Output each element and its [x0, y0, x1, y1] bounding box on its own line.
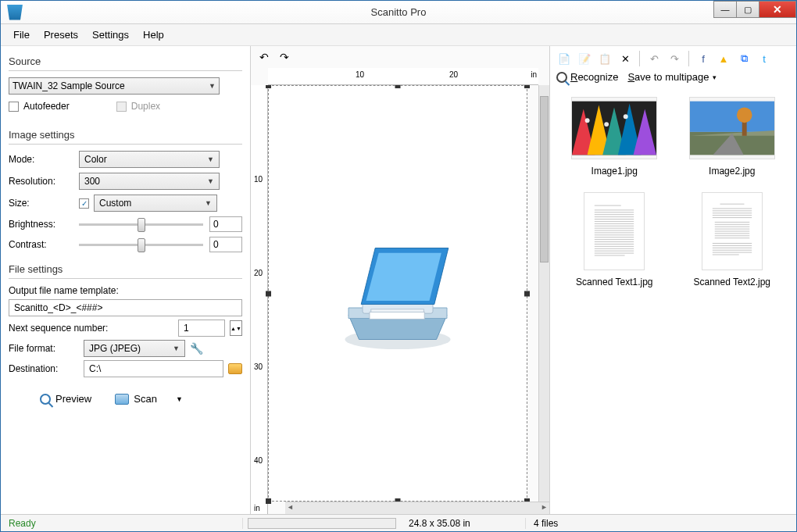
browse-folder-button[interactable] [228, 363, 242, 374]
svg-rect-8 [690, 102, 774, 132]
thumbnail-label: Image2.jpg [709, 166, 755, 177]
app-window: Scanitto Pro — ▢ ✕ File Presets Settings… [0, 0, 797, 532]
status-ready: Ready [1, 518, 243, 529]
preview-button[interactable]: Preview [40, 393, 91, 405]
brightness-label: Brightness: [9, 219, 79, 230]
rotate-right-button[interactable]: ↷ [277, 50, 291, 64]
status-dimensions: 24.8 x 35.08 in [401, 518, 526, 529]
twitter-icon[interactable]: t [756, 51, 772, 66]
mode-select[interactable]: Color [79, 151, 220, 168]
size-select[interactable]: Custom [94, 195, 217, 212]
recognize-button[interactable]: Recognize [556, 71, 618, 83]
scan-button[interactable]: Scan ▼ [115, 393, 183, 405]
source-select[interactable]: TWAIN_32 Sample Source [9, 77, 220, 95]
brightness-value[interactable]: 0 [209, 216, 242, 232]
format-select[interactable]: JPG (JPEG) [84, 340, 185, 357]
contrast-label: Contrast: [9, 239, 79, 250]
titlebar: Scanitto Pro — ▢ ✕ [1, 1, 796, 24]
thumbnail-grid: Image1.jpg Image2.jpg [550, 87, 796, 514]
thumbnail-item[interactable]: Scanned Text1.jpg [559, 192, 670, 287]
maximize-button[interactable]: ▢ [736, 1, 759, 18]
app-icon [7, 5, 23, 20]
settings-panel: Source TWAIN_32 Sample Source Autofeeder… [1, 46, 251, 514]
scrollbar-horizontal[interactable] [285, 502, 549, 514]
svg-rect-12 [591, 199, 638, 262]
svg-point-6 [604, 122, 609, 127]
format-options-button[interactable]: 🔧 [190, 342, 203, 355]
file-settings-heading: File settings [9, 263, 242, 275]
template-label: Output file name template: [9, 285, 242, 296]
dropbox-icon[interactable]: ⧉ [736, 51, 752, 66]
resolution-select[interactable]: 300 [79, 173, 220, 190]
contrast-value[interactable]: 0 [209, 237, 242, 252]
menu-file[interactable]: File [7, 27, 36, 43]
undo-button: ↶ [646, 51, 662, 66]
duplicate-button: 📋 [597, 51, 613, 66]
scanner-placeholder-icon [327, 223, 468, 364]
duplex-checkbox: Duplex [116, 101, 160, 112]
thumbnail-label: Scanned Text1.jpg [576, 277, 653, 287]
menu-settings[interactable]: Settings [86, 27, 135, 43]
ruler-vertical: 10 20 30 40 in [251, 85, 268, 514]
autofeeder-checkbox[interactable]: Autofeeder [9, 101, 70, 112]
menu-help[interactable]: Help [137, 27, 170, 43]
save-multipage-button[interactable]: Save to multipage▾ [627, 71, 716, 83]
nextseq-label: Next sequence number: [9, 323, 173, 334]
nextseq-input[interactable]: 1 [178, 320, 225, 337]
svg-point-5 [585, 118, 590, 123]
thumbnail-item[interactable]: Image2.jpg [677, 97, 788, 177]
source-heading: Source [9, 55, 242, 67]
magnifier-icon [40, 394, 51, 405]
facebook-icon[interactable]: f [695, 51, 711, 66]
progress-bar [248, 518, 396, 529]
thumbnail-label: Image1.jpg [591, 166, 638, 177]
nextseq-stepper[interactable]: ▲▼ [230, 320, 242, 336]
menubar: File Presets Settings Help [1, 24, 796, 46]
menu-presets[interactable]: Presets [38, 27, 84, 43]
template-input[interactable]: Scanitto_<D>_<###> [9, 299, 242, 316]
image-settings-heading: Image settings [9, 129, 242, 141]
preview-panel: ↶ ↷ 10 20 in 10 20 30 40 in [251, 46, 550, 514]
thumbnail-item[interactable]: Image1.jpg [559, 97, 670, 177]
mode-label: Mode: [9, 154, 79, 165]
thumbnail-item[interactable]: Scanned Text2.jpg [677, 192, 788, 287]
rotate-left-button[interactable]: ↶ [257, 50, 271, 64]
svg-rect-3 [370, 312, 424, 319]
contrast-slider[interactable] [79, 244, 203, 246]
format-label: File format: [9, 343, 79, 354]
size-enable-checkbox[interactable]: ✓ [79, 198, 89, 209]
destination-label: Destination: [9, 363, 79, 374]
delete-button[interactable]: ✕ [617, 51, 633, 66]
scanner-icon [115, 394, 129, 405]
svg-point-11 [737, 107, 752, 123]
status-filecount: 4 files [526, 518, 566, 529]
add-page-button[interactable]: 📄 [556, 51, 572, 66]
resolution-label: Resolution: [9, 176, 79, 187]
window-title: Scanitto Pro [371, 6, 427, 18]
google-drive-icon[interactable]: ▲ [716, 51, 731, 66]
gallery-panel: 📄 📝 📋 ✕ ↶ ↷ f ▲ ⧉ t Recognize Save [550, 46, 796, 514]
thumbnail-label: Scanned Text2.jpg [693, 277, 770, 287]
statusbar: Ready 24.8 x 35.08 in 4 files [1, 514, 796, 531]
preview-canvas[interactable] [268, 85, 527, 502]
ruler-horizontal: 10 20 in [268, 68, 538, 85]
close-button[interactable]: ✕ [759, 1, 796, 18]
size-label: Size: [9, 198, 79, 209]
minimize-button[interactable]: — [713, 1, 737, 18]
edit-page-button: 📝 [577, 51, 592, 66]
brightness-slider[interactable] [79, 223, 203, 226]
svg-point-7 [624, 114, 628, 119]
destination-input[interactable]: C:\ [84, 360, 223, 377]
scrollbar-vertical[interactable] [538, 85, 549, 502]
redo-button: ↷ [667, 51, 682, 66]
